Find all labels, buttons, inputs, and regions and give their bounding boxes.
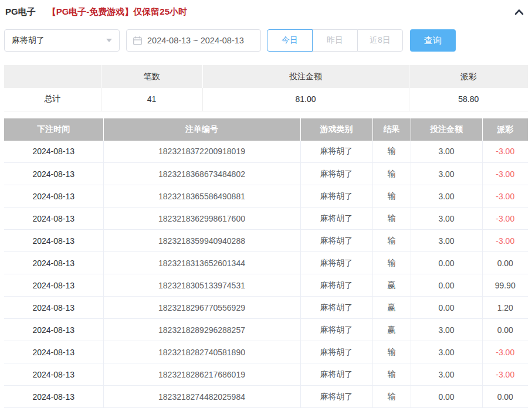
bet-amount-cell: 3.00 (411, 319, 482, 341)
result-cell: 输 (372, 363, 411, 386)
result-cell: 输 (372, 230, 411, 252)
bet-id-cell: 1823218368673484802 (103, 163, 300, 185)
filter-bar: 麻将胡了 2024-08-13 ~ 2024-08-13 今日 昨日 近8日 查… (4, 29, 528, 52)
payout-cell: 0.00 (482, 319, 528, 341)
game-type-cell: 麻将胡了 (300, 230, 372, 252)
bet-time-cell: 2024-08-13 (4, 252, 103, 274)
summary-bet-total-value: 81.00 (202, 88, 409, 111)
table-row: 2024-08-131823218282740581890麻将胡了输3.00-3… (4, 341, 528, 363)
bet-amount-cell: 3.00 (411, 363, 482, 386)
date-range-value: 2024-08-13 ~ 2024-08-13 (147, 36, 244, 45)
result-cell: 赢 (372, 319, 411, 341)
chevron-up-icon (513, 6, 526, 18)
today-button[interactable]: 今日 (267, 29, 313, 52)
bet-amount-cell: 3.00 (411, 230, 482, 252)
bet-id-cell: 1823218286217686019 (103, 363, 300, 386)
result-cell: 输 (372, 185, 411, 208)
summary-header-bet-amount: 投注金额 (202, 65, 409, 88)
game-type-cell: 麻将胡了 (300, 208, 372, 230)
payout-cell: -3.00 (482, 185, 528, 208)
summary-table: 笔数 投注金额 派彩 总计 41 81.00 58.80 (4, 65, 528, 111)
bet-amount-cell: 0.00 (411, 252, 482, 274)
payout-cell: -3.00 (482, 230, 528, 252)
bet-time-cell: 2024-08-13 (4, 341, 103, 363)
game-type-cell: 麻将胡了 (300, 163, 372, 185)
table-row: 2024-08-131823218313652601344麻将胡了输0.000.… (4, 252, 528, 274)
game-type-cell: 麻将胡了 (300, 274, 372, 297)
bet-amount-cell: 3.00 (411, 163, 482, 185)
payout-cell: -3.00 (482, 341, 528, 363)
bet-amount-cell: 0.00 (411, 297, 482, 319)
result-cell: 赢 (372, 274, 411, 297)
table-row: 2024-08-131823218286217686019麻将胡了输3.00-3… (4, 363, 528, 386)
game-type-cell: 麻将胡了 (300, 386, 372, 408)
table-row: 2024-08-131823218359940940288麻将胡了输3.00-3… (4, 230, 528, 252)
summary-count-value: 41 (101, 88, 202, 111)
last-8-days-button[interactable]: 近8日 (357, 29, 403, 52)
bet-time-cell: 2024-08-13 (4, 185, 103, 208)
game-type-cell: 麻将胡了 (300, 252, 372, 274)
summary-header-payout: 派彩 (409, 65, 528, 88)
payout-cell: 1.20 (482, 297, 528, 319)
bet-id-cell: 1823218313652601344 (103, 252, 300, 274)
bet-id-cell: 1823218305133974531 (103, 274, 300, 297)
free-game-notice: 【PG电子-免费游戏】仅保留25小时 (48, 6, 187, 18)
bet-table-header-row: 下注时间 注单编号 游戏类别 结果 投注金额 派彩 (4, 118, 528, 141)
header-bet-time: 下注时间 (4, 118, 103, 141)
payout-cell: -3.00 (482, 163, 528, 185)
game-type-cell: 麻将胡了 (300, 141, 372, 163)
bet-time-cell: 2024-08-13 (4, 319, 103, 341)
result-cell: 输 (372, 252, 411, 274)
bet-time-cell: 2024-08-13 (4, 163, 103, 185)
result-cell: 输 (372, 141, 411, 163)
bet-id-cell: 1823218274482025984 (103, 386, 300, 408)
game-type-cell: 麻将胡了 (300, 363, 372, 386)
payout-cell: -3.00 (482, 208, 528, 230)
result-cell: 赢 (372, 297, 411, 319)
table-row: 2024-08-131823218365586490881麻将胡了输3.00-3… (4, 185, 528, 208)
header-result: 结果 (372, 118, 411, 141)
query-button[interactable]: 查询 (410, 29, 456, 52)
bet-amount-cell: 3.00 (411, 208, 482, 230)
summary-header-blank (4, 65, 101, 88)
result-cell: 输 (372, 208, 411, 230)
bet-id-cell: 1823218359940940288 (103, 230, 300, 252)
bet-id-cell: 1823218282740581890 (103, 341, 300, 363)
result-cell: 输 (372, 386, 411, 408)
result-cell: 输 (372, 163, 411, 185)
table-row: 2024-08-131823218305133974531麻将胡了赢0.0099… (4, 274, 528, 297)
table-row: 2024-08-131823218274482025984麻将胡了输0.000.… (4, 386, 528, 408)
bet-time-cell: 2024-08-13 (4, 208, 103, 230)
date-range-input[interactable]: 2024-08-13 ~ 2024-08-13 (126, 29, 261, 52)
bet-id-cell: 1823218362998617600 (103, 208, 300, 230)
table-row: 2024-08-131823218372200918019麻将胡了输3.00-3… (4, 141, 528, 163)
bet-time-cell: 2024-08-13 (4, 297, 103, 319)
game-type-cell: 麻将胡了 (300, 319, 372, 341)
payout-cell: 99.90 (482, 274, 528, 297)
bet-time-cell: 2024-08-13 (4, 230, 103, 252)
collapse-button[interactable] (513, 6, 526, 18)
game-type-cell: 麻将胡了 (300, 297, 372, 319)
calendar-icon (133, 36, 143, 46)
payout-cell: 0.00 (482, 386, 528, 408)
header-bet-id: 注单编号 (103, 118, 300, 141)
bet-id-cell: 1823218296770556929 (103, 297, 300, 319)
bet-amount-cell: 0.00 (411, 386, 482, 408)
summary-header-count: 笔数 (101, 65, 202, 88)
payout-cell: -3.00 (482, 363, 528, 386)
yesterday-button[interactable]: 昨日 (312, 29, 358, 52)
bet-id-cell: 1823218365586490881 (103, 185, 300, 208)
bet-time-cell: 2024-08-13 (4, 386, 103, 408)
summary-total-row: 总计 41 81.00 58.80 (4, 88, 528, 111)
result-cell: 输 (372, 341, 411, 363)
bet-records-table: 下注时间 注单编号 游戏类别 结果 投注金额 派彩 2024-08-131823… (4, 118, 528, 408)
game-select[interactable]: 麻将胡了 (4, 29, 120, 52)
summary-header-row: 笔数 投注金额 派彩 (4, 65, 528, 88)
bet-time-cell: 2024-08-13 (4, 363, 103, 386)
table-row: 2024-08-131823218362998617600麻将胡了输3.00-3… (4, 208, 528, 230)
provider-title: PG电子 (5, 6, 36, 18)
betting-records-panel: PG电子 【PG电子-免费游戏】仅保留25小时 麻将胡了 2024-08-13 … (0, 0, 532, 408)
bet-amount-cell: 3.00 (411, 341, 482, 363)
table-row: 2024-08-131823218296770556929麻将胡了赢0.001.… (4, 297, 528, 319)
bet-amount-cell: 3.00 (411, 185, 482, 208)
